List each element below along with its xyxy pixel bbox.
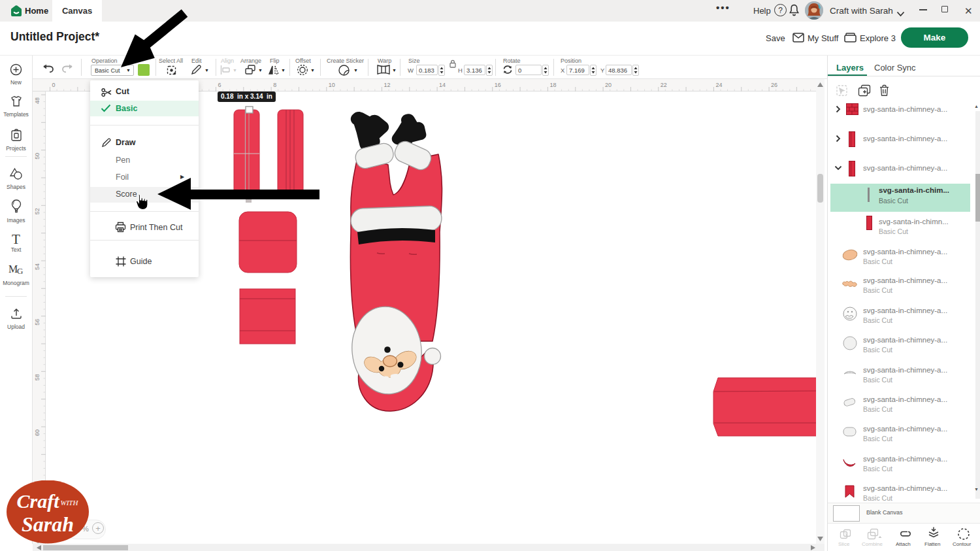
svg-text:Craft: Craft — [16, 490, 60, 512]
svg-text:Sarah: Sarah — [22, 512, 74, 536]
svg-text:14: 14 — [439, 82, 446, 88]
svg-text:16: 16 — [495, 82, 501, 88]
svg-text:26: 26 — [771, 82, 777, 88]
svg-text:56: 56 — [34, 319, 41, 326]
svg-text:58: 58 — [34, 374, 41, 380]
svg-text:54: 54 — [34, 263, 41, 270]
svg-text:WITH: WITH — [61, 499, 79, 507]
svg-text:12: 12 — [384, 82, 390, 88]
svg-text:18: 18 — [549, 82, 556, 88]
svg-text:G: G — [17, 266, 23, 276]
svg-text:20: 20 — [605, 82, 612, 88]
svg-text:22: 22 — [661, 82, 667, 88]
svg-text:24: 24 — [715, 82, 722, 88]
svg-text:60: 60 — [34, 429, 41, 436]
